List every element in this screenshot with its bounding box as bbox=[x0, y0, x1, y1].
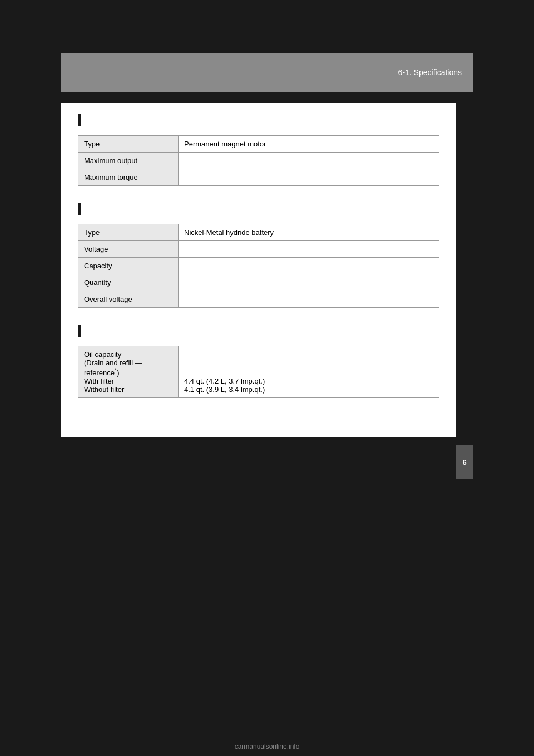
header-bar: 6-1. Specifications bbox=[61, 53, 473, 92]
table-row: Maximum torque bbox=[78, 169, 439, 186]
table-row: Type Nickel-Metal hydride battery bbox=[78, 224, 439, 241]
label-overall-voltage: Overall voltage bbox=[78, 291, 179, 308]
value-type-battery: Nickel-Metal hydride battery bbox=[179, 224, 439, 241]
label-quantity: Quantity bbox=[78, 274, 179, 291]
label-max-output: Maximum output bbox=[78, 153, 179, 169]
table-row: Quantity bbox=[78, 274, 439, 291]
table-row: Overall voltage bbox=[78, 291, 439, 308]
header-title: 6-1. Specifications bbox=[398, 68, 462, 77]
label-capacity: Capacity bbox=[78, 258, 179, 274]
value-quantity bbox=[179, 274, 439, 291]
value-max-output bbox=[179, 153, 439, 169]
section-engine-oil bbox=[78, 325, 439, 341]
section-bar-2 bbox=[78, 203, 81, 215]
table-row: Voltage bbox=[78, 241, 439, 258]
logo-text: carmanualsonline.info bbox=[235, 743, 300, 750]
table-row: Type Permanent magnet motor bbox=[78, 136, 439, 153]
table-row: Maximum output bbox=[78, 153, 439, 169]
side-tab: 6 bbox=[456, 445, 473, 479]
label-oil-capacity: Oil capacity (Drain and refill — referen… bbox=[78, 346, 179, 398]
electric-motor-table: Type Permanent magnet motor Maximum outp… bbox=[78, 135, 439, 186]
bottom-logo: carmanualsonline.info bbox=[0, 743, 534, 750]
label-type-motor: Type bbox=[78, 136, 179, 153]
label-max-torque: Maximum torque bbox=[78, 169, 179, 186]
section-bar-3 bbox=[78, 325, 81, 337]
side-tab-label: 6 bbox=[462, 458, 466, 467]
section-hv-battery bbox=[78, 203, 439, 219]
value-type-motor: Permanent magnet motor bbox=[179, 136, 439, 153]
value-oil-capacity: 4.4 qt. (4.2 L, 3.7 lmp.qt.) 4.1 qt. (3.… bbox=[179, 346, 439, 398]
value-overall-voltage bbox=[179, 291, 439, 308]
value-voltage bbox=[179, 241, 439, 258]
hv-battery-table: Type Nickel-Metal hydride battery Voltag… bbox=[78, 224, 439, 308]
section-bar-1 bbox=[78, 114, 81, 126]
content-area: Type Permanent magnet motor Maximum outp… bbox=[61, 103, 456, 437]
page-container: 6-1. Specifications Type Permanent magne… bbox=[0, 0, 534, 756]
section-electric-motor bbox=[78, 114, 439, 131]
table-row: Oil capacity (Drain and refill — referen… bbox=[78, 346, 439, 398]
engine-oil-table: Oil capacity (Drain and refill — referen… bbox=[78, 346, 439, 398]
label-type-battery: Type bbox=[78, 224, 179, 241]
value-max-torque bbox=[179, 169, 439, 186]
table-row: Capacity bbox=[78, 258, 439, 274]
label-voltage: Voltage bbox=[78, 241, 179, 258]
value-capacity bbox=[179, 258, 439, 274]
